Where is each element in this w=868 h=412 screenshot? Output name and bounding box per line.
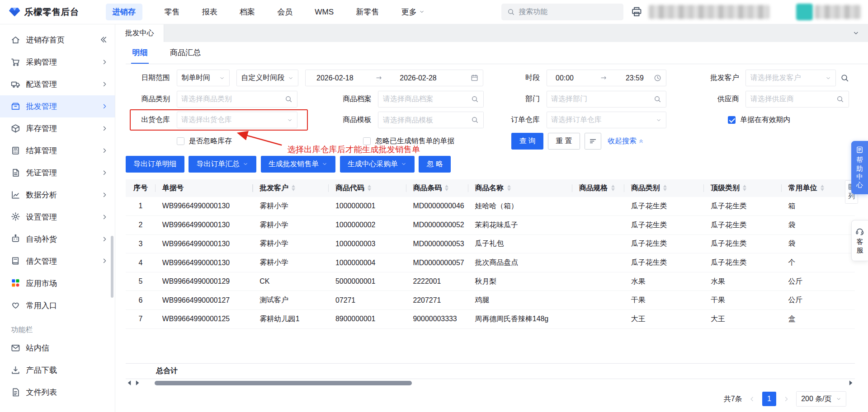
next-page-button[interactable] [783, 396, 790, 403]
search-button[interactable]: 查 询 [511, 133, 543, 150]
sidebar-item-站内信[interactable]: 站内信 [0, 337, 115, 359]
reset-button[interactable]: 重 置 [548, 133, 580, 150]
collapse-search-link[interactable]: 收起搜索 [608, 136, 644, 146]
redacted-store-info[interactable] [649, 5, 769, 19]
tab-wholesale-center[interactable]: 批发中心 [115, 24, 165, 42]
sidebar-item-结算管理[interactable]: 结算管理 [0, 140, 115, 162]
chevron-right-icon [101, 236, 108, 243]
column-header-批发客户[interactable]: 批发客户 [253, 179, 329, 197]
sidebar-item-自动补货[interactable]: 自动补货 [0, 228, 115, 250]
subtab-商品汇总[interactable]: 商品汇总 [169, 47, 202, 64]
page-number-1[interactable]: 1 [762, 392, 777, 406]
ignore-stock-checkbox[interactable]: 是否忽略库存 [177, 136, 238, 146]
column-header-商品条码[interactable]: 商品条码 [406, 179, 468, 197]
warehouse-select[interactable]: 请选择出货仓库 [177, 112, 297, 128]
sidebar: 进销存首页采购管理配送管理批发管理库存管理结算管理凭证管理数据分析设置管理自动补… [0, 24, 115, 412]
global-search-input[interactable] [519, 8, 618, 16]
action-忽 略[interactable]: 忽 略 [419, 156, 451, 173]
product-category-field[interactable] [181, 95, 281, 103]
printer-icon[interactable] [631, 6, 642, 17]
table-row[interactable]: 2WB99664990000130雾耕小学1000000002MD0000000… [126, 215, 855, 234]
subtab-明细[interactable]: 明细 [131, 47, 149, 64]
scrollbar-thumb[interactable] [155, 381, 412, 385]
sidebar-item-配送管理[interactable]: 配送管理 [0, 73, 115, 95]
customer-search-icon[interactable] [840, 74, 849, 83]
table-cell: 袋 [782, 215, 855, 234]
redacted-account-info[interactable] [815, 5, 861, 19]
page-size-select[interactable]: 200 条/页 [796, 391, 846, 407]
action-导出订单汇总[interactable]: 导出订单汇总 [189, 156, 256, 173]
tab-list-expand-icon[interactable] [853, 30, 859, 37]
topnav-会员[interactable]: 会员 [277, 6, 292, 17]
column-header-商品类别[interactable]: 商品类别 [624, 179, 704, 197]
date-range-picker[interactable]: 2026-02-18 2026-02-28 [305, 70, 483, 86]
sidebar-item-数据分析[interactable]: 数据分析 [0, 183, 115, 206]
table-row[interactable]: 1WB99664990000130雾耕小学1000000001MD0000000… [126, 197, 855, 216]
valid-period-checkbox[interactable]: 单据在有效期内 [728, 115, 790, 125]
topnav-档案[interactable]: 档案 [240, 6, 255, 17]
customer-service-button[interactable]: 客服 [851, 220, 868, 261]
action-生成批发销售单[interactable]: 生成批发销售单 [261, 156, 335, 173]
table-row[interactable]: 7WB99664990000125雾耕幼儿园189000000019000000… [126, 310, 855, 329]
topnav-更多[interactable]: 更多 [401, 6, 425, 17]
supplier-field[interactable] [750, 95, 833, 103]
sidebar-item-文件列表[interactable]: 文件列表 [0, 381, 115, 403]
column-header-常用单位[interactable]: 常用单位 [782, 179, 855, 197]
product-template-input[interactable] [378, 112, 484, 128]
sidebar-item-常用入口[interactable]: 常用入口 [0, 294, 115, 316]
avatar[interactable] [796, 4, 813, 20]
column-header-顶级类别[interactable]: 顶级类别 [704, 179, 781, 197]
wholesale-customer-select[interactable]: 请选择批发客户 [745, 70, 836, 86]
table-row[interactable]: 4WB99664990000130雾耕小学1000000004MD0000000… [126, 253, 855, 272]
column-header-商品名称[interactable]: 商品名称 [468, 179, 572, 197]
action-生成中心采购单[interactable]: 生成中心采购单 [340, 156, 415, 173]
department-label: 部门 [484, 94, 546, 104]
collapse-sidebar-icon[interactable] [99, 35, 108, 44]
time-type-select[interactable]: 制单时间 [177, 70, 230, 86]
sidebar-item-应用市场[interactable]: 应用市场 [0, 272, 115, 294]
order-warehouse-select[interactable]: 请选择订单仓库 [547, 112, 667, 128]
topnav-WMS[interactable]: WMS [315, 7, 334, 17]
sidebar-item-批发管理[interactable]: 批发管理 [0, 95, 115, 117]
date-from-value: 2026-02-18 [310, 74, 353, 82]
app-logo[interactable]: 乐檬零售后台 [9, 6, 79, 18]
product-archive-input[interactable] [378, 91, 484, 108]
sidebar-scrollbar[interactable] [111, 236, 113, 298]
sidebar-item-产品下载[interactable]: 产品下载 [0, 359, 115, 381]
sidebar-item-采购管理[interactable]: 采购管理 [0, 51, 115, 73]
table-row[interactable]: 5WB99664990000129CK50000000012222001秋月梨水… [126, 272, 855, 291]
sidebar-item-设置管理[interactable]: 设置管理 [0, 206, 115, 228]
sidebar-item-借欠管理[interactable]: 借欠管理 [0, 250, 115, 272]
prev-page-button[interactable] [749, 396, 755, 403]
scroll-right-icon[interactable] [133, 379, 141, 387]
table-row[interactable]: 6WB99664990000127测试客户072712207271鸡腿干果干果公… [126, 291, 855, 310]
period-type-select[interactable]: 自定义时间段 [236, 70, 298, 86]
department-input[interactable] [547, 91, 667, 108]
action-label: 导出订单明细 [133, 159, 176, 169]
product-category-input[interactable] [177, 91, 297, 108]
topnav-进销存[interactable]: 进销存 [106, 4, 142, 20]
time-range-picker[interactable]: 00:00 23:59 [547, 70, 667, 86]
list-settings-button[interactable] [585, 133, 601, 150]
sidebar-item-label: 设置管理 [26, 211, 96, 222]
sidebar-item-库存管理[interactable]: 库存管理 [0, 117, 115, 140]
help-center-button[interactable]: 帮助中心 [851, 141, 868, 194]
topnav-新零售[interactable]: 新零售 [356, 6, 379, 17]
product-template-field[interactable] [383, 116, 468, 124]
product-archive-field[interactable] [383, 95, 468, 103]
action-导出订单明细[interactable]: 导出订单明细 [126, 156, 184, 173]
column-header-商品规格[interactable]: 商品规格 [572, 179, 624, 197]
supplier-input[interactable] [745, 91, 849, 108]
scroll-right-icon[interactable] [847, 379, 854, 387]
topnav-零售[interactable]: 零售 [164, 6, 179, 17]
topnav-报表[interactable]: 报表 [202, 6, 217, 17]
column-header-商品代码[interactable]: 商品代码 [329, 179, 406, 197]
table-row[interactable]: 3WB99664990000130雾耕小学1000000003MD0000000… [126, 234, 855, 253]
department-field[interactable] [551, 95, 651, 103]
scroll-left-icon[interactable] [126, 379, 133, 387]
global-search[interactable] [501, 4, 623, 20]
sidebar-item-进销存首页[interactable]: 进销存首页 [0, 29, 115, 51]
search-icon [836, 95, 844, 103]
sidebar-item-凭证管理[interactable]: 凭证管理 [0, 161, 115, 183]
scrollbar-track[interactable] [141, 380, 847, 386]
